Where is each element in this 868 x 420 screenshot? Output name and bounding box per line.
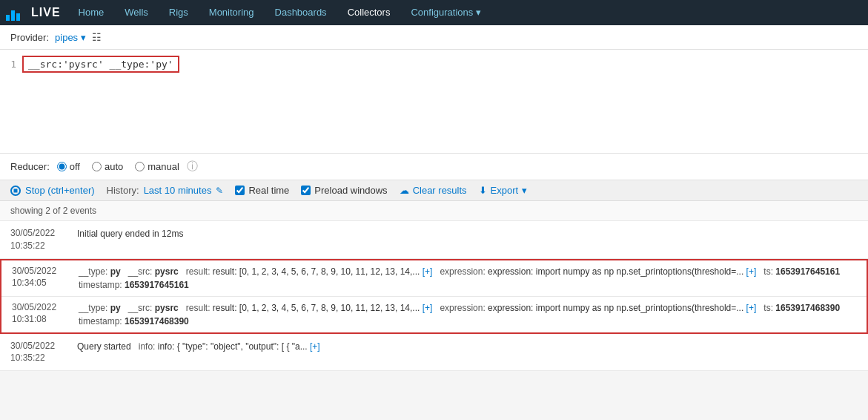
expression-val-2: expression: import numpy as np np.set_pr…	[488, 266, 743, 277]
info-val: info: { "type": "object", "output": [ { …	[158, 341, 308, 352]
reducer-manual-label: manual	[148, 161, 179, 172]
history-link[interactable]: Last 10 minutes	[144, 185, 212, 196]
realtime-label: Real time	[248, 185, 289, 196]
event-content-footer: Query started info: info: { "type": "obj…	[70, 340, 858, 353]
highlighted-section: 30/05/2022 10:34:05 __type: py __src: py…	[0, 259, 868, 334]
nav-monitoring[interactable]: Monitoring	[199, 0, 265, 25]
result-val-3: result: [0, 1, 2, 3, 4, 5, 6, 7, 8, 9, 1…	[213, 303, 420, 313]
event-timestamp-1: 30/05/2022 10:35:22	[10, 227, 70, 252]
src-label-3: __src:	[128, 303, 155, 313]
result-val-2: result: [0, 1, 2, 3, 4, 5, 6, 7, 8, 9, 1…	[213, 266, 420, 277]
edit-icon[interactable]: ✎	[216, 186, 223, 196]
provider-dropdown-arrow: ▾	[81, 32, 86, 43]
event-content-2: __type: py __src: pysrc result: result: …	[71, 265, 856, 292]
nav-rigs[interactable]: Rigs	[159, 0, 199, 25]
src-label-2: __src:	[128, 266, 155, 277]
nav-home[interactable]: Home	[68, 0, 115, 25]
info-link[interactable]: [+]	[310, 341, 320, 352]
expression-label-2: expression:	[440, 266, 488, 277]
event-row-3: 30/05/2022 10:31:08 __type: py __src: py…	[1, 296, 867, 332]
ts-label-2: ts:	[763, 266, 775, 277]
preload-checkbox[interactable]: Preload windows	[301, 185, 387, 196]
timestamp-val-3: 1653917468390	[125, 316, 189, 327]
provider-dropdown[interactable]: pipes ▾	[55, 32, 86, 43]
chevron-down-icon: ▾	[476, 0, 481, 25]
event-row-footer: 30/05/2022 10:35:22 Query started info: …	[0, 334, 868, 372]
ts-val-3: 1653917468390	[775, 303, 840, 313]
event-row-info: 30/05/2022 10:35:22 Initial query ended …	[0, 221, 868, 259]
nav-wells[interactable]: Wells	[114, 0, 159, 25]
clear-label: Clear results	[413, 185, 467, 196]
src-val-3: pysrc	[155, 303, 179, 313]
stop-icon	[10, 186, 21, 196]
results-area: showing 2 of 2 events 30/05/2022 10:35:2…	[0, 201, 868, 371]
type-val-2: py	[110, 266, 121, 277]
result-link-3[interactable]: [+]	[423, 303, 433, 313]
nav-configurations-label: Configurations	[411, 0, 473, 25]
history-label: History:	[107, 185, 139, 196]
type-val-3: py	[110, 303, 121, 313]
ts-val-2: 1653917645161	[775, 266, 840, 277]
reducer-auto-label: auto	[105, 161, 123, 172]
provider-label: Provider:	[10, 32, 49, 43]
clear-button[interactable]: ☁ Clear results	[400, 185, 467, 196]
preload-label: Preload windows	[314, 185, 387, 196]
nav-collectors[interactable]: Collectors	[337, 0, 401, 25]
reducer-manual[interactable]: manual	[135, 161, 179, 172]
type-label-3: __type:	[79, 303, 110, 313]
reducer-auto[interactable]: auto	[92, 161, 123, 172]
help-icon[interactable]: ⓘ	[187, 160, 198, 174]
cloud-icon: ☁	[400, 185, 409, 196]
event-timestamp-2: 30/05/2022 10:34:05	[12, 265, 71, 290]
navbar: LIVE Home Wells Rigs Monitoring Dashboar…	[0, 0, 868, 25]
result-link-2[interactable]: [+]	[423, 266, 433, 277]
event-content-3: __type: py __src: pysrc result: result: …	[71, 301, 856, 328]
export-button[interactable]: ⬇ Export ▾	[479, 185, 528, 196]
line-number: 1	[0, 59, 22, 70]
expression-label-3: expression:	[440, 303, 488, 313]
expression-val-3: expression: import numpy as np np.set_pr…	[488, 303, 743, 313]
provider-value: pipes	[55, 32, 78, 43]
copy-icon[interactable]: ☷	[92, 31, 102, 43]
ts-label-3: ts:	[763, 303, 775, 313]
src-val-2: pysrc	[155, 266, 179, 277]
reducer-off[interactable]: off	[57, 161, 80, 172]
info-label: info:	[139, 341, 158, 352]
realtime-checkbox[interactable]: Real time	[235, 185, 289, 196]
export-label: Export	[491, 185, 519, 196]
export-dropdown-arrow: ▾	[522, 185, 527, 196]
type-label-2: __type:	[79, 266, 110, 277]
toolbar: Stop (ctrl+enter) History: Last 10 minut…	[0, 180, 868, 201]
event-message-1: Initial query ended in 12ms	[77, 229, 183, 239]
logo-icon	[6, 4, 27, 21]
download-icon: ⬇	[479, 185, 487, 196]
reducer-bar: Reducer: off auto manual ⓘ	[0, 154, 868, 180]
timestamp-val-2: 1653917645161	[125, 280, 189, 290]
history-group: History: Last 10 minutes ✎	[107, 185, 224, 196]
brand-logo-area: LIVE	[6, 4, 61, 21]
timestamp-label-2: timestamp:	[79, 280, 125, 290]
code-line-1: 1 __src:'pysrc' __type:'py'	[0, 56, 868, 73]
code-editor: 1 __src:'pysrc' __type:'py'	[0, 50, 868, 154]
timestamp-label-3: timestamp:	[79, 316, 125, 327]
event-timestamp-3: 30/05/2022 10:31:08	[12, 301, 71, 327]
reducer-radio-group: off auto manual	[57, 161, 179, 172]
result-label-3: result:	[186, 303, 213, 313]
code-content[interactable]: __src:'pysrc' __type:'py'	[22, 56, 179, 73]
results-count: showing 2 of 2 events	[0, 201, 868, 221]
provider-bar: Provider: pipes ▾ ☷	[0, 25, 868, 50]
event-content-1: Initial query ended in 12ms	[70, 227, 858, 240]
footer-content-label: Query started	[77, 341, 131, 352]
stop-button[interactable]: Stop (ctrl+enter)	[10, 185, 95, 196]
brand-text: LIVE	[31, 6, 61, 19]
reducer-label: Reducer:	[10, 161, 50, 172]
event-timestamp-footer: 30/05/2022 10:35:22	[10, 340, 70, 365]
reducer-off-label: off	[70, 161, 80, 172]
expression-link-2[interactable]: [+]	[746, 266, 757, 277]
nav-configurations[interactable]: Configurations ▾	[400, 0, 491, 25]
event-row-2: 30/05/2022 10:34:05 __type: py __src: py…	[1, 260, 867, 296]
nav-dashboards[interactable]: Dashboards	[265, 0, 337, 25]
stop-button-label: Stop (ctrl+enter)	[25, 185, 95, 196]
result-label-2: result:	[186, 266, 213, 277]
expression-link-3[interactable]: [+]	[746, 303, 757, 313]
